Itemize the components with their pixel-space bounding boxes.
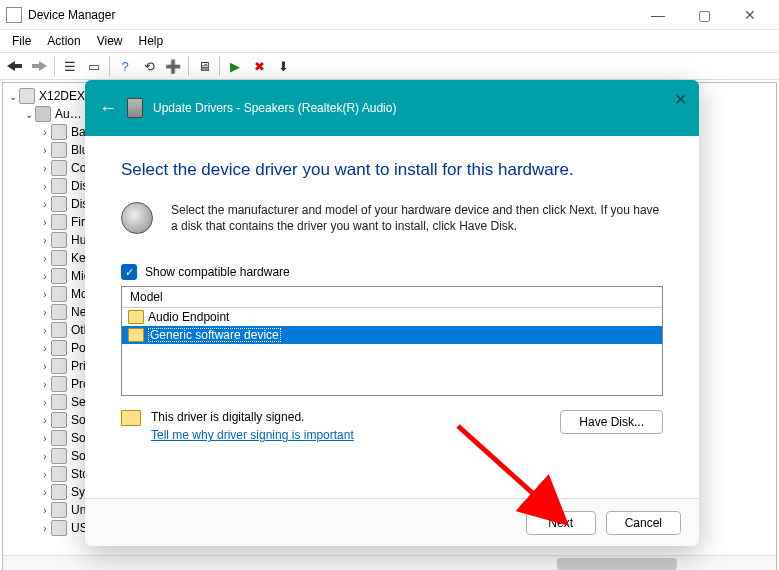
collapse-icon[interactable]: ⌄	[7, 91, 19, 102]
device-icon	[51, 412, 67, 428]
model-label: Generic software device	[148, 328, 281, 342]
expand-icon[interactable]: ›	[39, 379, 51, 390]
help-icon[interactable]: ?	[114, 55, 136, 77]
signed-driver-icon	[128, 328, 144, 342]
signing-row: This driver is digitally signed. Tell me…	[121, 410, 663, 442]
disc-icon	[121, 202, 153, 234]
have-disk-button[interactable]: Have Disk...	[560, 410, 663, 434]
scan-icon[interactable]: ⟲	[138, 55, 160, 77]
expand-icon[interactable]: ›	[39, 199, 51, 210]
instruction-text: Select the manufacturer and model of you…	[171, 202, 663, 234]
signed-text: This driver is digitally signed.	[151, 410, 354, 424]
expand-icon[interactable]: ›	[39, 271, 51, 282]
signing-help-link[interactable]: Tell me why driver signing is important	[151, 428, 354, 442]
device-icon	[51, 178, 67, 194]
expand-icon[interactable]: ›	[39, 253, 51, 264]
horizontal-scrollbar[interactable]	[3, 555, 776, 570]
update-driver-wizard: ← Update Drivers - Speakers (Realtek(R) …	[85, 80, 699, 546]
expand-icon[interactable]: ›	[39, 145, 51, 156]
window-title: Device Manager	[28, 8, 115, 22]
device-icon	[51, 430, 67, 446]
expand-icon[interactable]: ›	[39, 163, 51, 174]
nav-back-button[interactable]	[4, 55, 26, 77]
device-icon	[51, 304, 67, 320]
close-button[interactable]: ✕	[727, 0, 773, 30]
device-icon	[51, 520, 67, 536]
add-legacy-icon[interactable]: ➕	[162, 55, 184, 77]
enable-device-icon[interactable]: ▶	[224, 55, 246, 77]
expand-icon[interactable]: ›	[39, 343, 51, 354]
wizard-title: Update Drivers - Speakers (Realtek(R) Au…	[153, 101, 396, 115]
device-icon	[51, 268, 67, 284]
certificate-icon	[121, 410, 141, 426]
expand-icon[interactable]: ›	[39, 325, 51, 336]
device-icon	[51, 196, 67, 212]
model-row[interactable]: Generic software device	[122, 326, 662, 344]
device-icon	[51, 340, 67, 356]
checkbox-icon: ✓	[121, 264, 137, 280]
wizard-close-button[interactable]: ✕	[674, 90, 687, 109]
properties-icon[interactable]: ▭	[83, 55, 105, 77]
expand-icon[interactable]: ›	[39, 415, 51, 426]
expand-icon[interactable]: ›	[39, 235, 51, 246]
wizard-heading: Select the device driver you want to ins…	[121, 160, 663, 180]
expand-icon[interactable]: ›	[39, 397, 51, 408]
instruction-row: Select the manufacturer and model of you…	[121, 202, 663, 234]
expand-icon[interactable]: ›	[39, 505, 51, 516]
device-icon	[51, 142, 67, 158]
device-icon	[51, 124, 67, 140]
device-icon	[51, 502, 67, 518]
menu-view[interactable]: View	[89, 32, 131, 50]
model-row[interactable]: Audio Endpoint	[122, 308, 662, 326]
device-icon	[51, 250, 67, 266]
more-actions-icon[interactable]: ⬇	[272, 55, 294, 77]
expand-icon[interactable]: ›	[39, 487, 51, 498]
device-icon	[51, 376, 67, 392]
model-label: Audio Endpoint	[148, 310, 229, 324]
show-compatible-checkbox[interactable]: ✓ Show compatible hardware	[121, 264, 663, 280]
expand-icon[interactable]: ›	[39, 451, 51, 462]
device-icon	[51, 394, 67, 410]
expand-icon[interactable]: ›	[39, 289, 51, 300]
menu-help[interactable]: Help	[131, 32, 172, 50]
titlebar: Device Manager — ▢ ✕	[0, 0, 779, 30]
device-icon	[51, 232, 67, 248]
menu-file[interactable]: File	[4, 32, 39, 50]
model-listbox[interactable]: Model Audio EndpointGeneric software dev…	[121, 286, 663, 396]
device-icon	[51, 358, 67, 374]
device-icon	[51, 286, 67, 302]
wizard-body: Select the device driver you want to ins…	[85, 136, 699, 442]
expand-icon[interactable]: ›	[39, 523, 51, 534]
menu-action[interactable]: Action	[39, 32, 88, 50]
checkbox-label: Show compatible hardware	[145, 265, 290, 279]
nav-forward-button[interactable]	[28, 55, 50, 77]
svg-rect-1	[32, 64, 40, 68]
toolbar: ☰ ▭ ? ⟲ ➕ 🖥 ▶ ✖ ⬇	[0, 52, 779, 80]
wizard-back-button[interactable]: ←	[99, 98, 117, 119]
expand-icon[interactable]: ›	[39, 469, 51, 480]
next-button[interactable]: Next	[526, 511, 596, 535]
collapse-icon[interactable]: ⌄	[23, 109, 35, 120]
view-list-icon[interactable]: ☰	[59, 55, 81, 77]
disable-device-icon[interactable]: ✖	[248, 55, 270, 77]
cancel-button[interactable]: Cancel	[606, 511, 681, 535]
expand-icon[interactable]: ›	[39, 127, 51, 138]
expand-icon[interactable]: ›	[39, 361, 51, 372]
device-icon	[51, 160, 67, 176]
update-driver-icon[interactable]: 🖥	[193, 55, 215, 77]
wizard-header: ← Update Drivers - Speakers (Realtek(R) …	[85, 80, 699, 136]
device-icon	[51, 322, 67, 338]
scrollbar-thumb[interactable]	[557, 558, 677, 570]
minimize-button[interactable]: —	[635, 0, 681, 30]
computer-icon	[19, 88, 35, 104]
maximize-button[interactable]: ▢	[681, 0, 727, 30]
expand-icon[interactable]: ›	[39, 217, 51, 228]
expand-icon[interactable]: ›	[39, 181, 51, 192]
driver-icon	[127, 98, 143, 118]
expand-icon[interactable]: ›	[39, 433, 51, 444]
device-icon	[51, 448, 67, 464]
device-icon	[51, 466, 67, 482]
wizard-footer: Next Cancel	[85, 498, 699, 546]
model-column-header: Model	[122, 287, 662, 308]
expand-icon[interactable]: ›	[39, 307, 51, 318]
